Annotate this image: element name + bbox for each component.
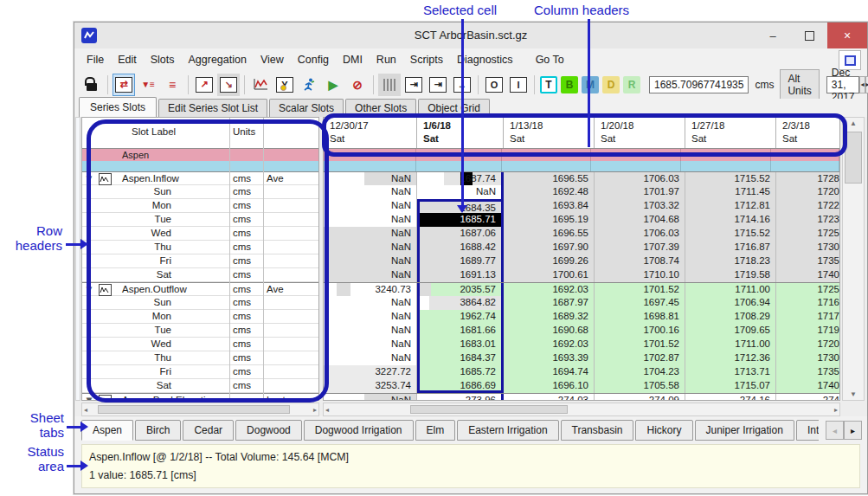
column-header-2-3-18[interactable]: 2/3/18Sat [776,118,840,148]
sync-selection-icon[interactable]: ⇄ [113,74,135,96]
grid-cell[interactable]: 1713.71 [685,365,776,379]
grid-cell[interactable]: 1730 [776,351,839,365]
row-header-fri[interactable]: Fricms [82,365,318,379]
grid-cell[interactable]: 1688.42 [417,241,504,254]
grid-cell[interactable]: 3227.72 [324,365,417,379]
grid-cell[interactable]: 1683.01 [417,338,504,351]
grid-cell[interactable]: NaN [324,394,417,400]
flag-m-button[interactable]: M [582,76,599,93]
grid-cell[interactable]: 1685.71 [417,213,504,227]
column-header-1-27-18[interactable]: 1/27/18Sat [685,118,776,148]
sheet-tab-juniper-irrigation[interactable]: Juniper Irrigation [695,420,794,441]
grid-cell[interactable]: 1694.74 [504,365,595,379]
grid-cell[interactable]: 1704.23 [595,365,685,379]
row-header-tue[interactable]: Tuecms [82,324,318,338]
menu-dmi[interactable]: DMI [336,50,370,69]
grid-cell[interactable]: 1728 [776,172,839,186]
grid-cell[interactable]: NaN [324,241,417,254]
grid-cell[interactable]: 2035.57 [417,283,504,297]
row-header-mon[interactable]: Moncms [82,310,318,324]
grid-cell[interactable]: 1692.03 [504,283,595,297]
menu-edit[interactable]: Edit [111,50,144,69]
sheet-tab-birch[interactable]: Birch [135,420,181,441]
grid-cell[interactable]: 1710.10 [595,268,685,282]
row-header-tue[interactable]: Tuecms [82,213,318,227]
scroll-right-icon[interactable]: ▸ [834,406,838,414]
grid-cell[interactable]: 1700.16 [595,324,685,338]
grid-cell[interactable]: 1725 [776,227,839,241]
grid-cell[interactable]: 1689.77 [417,254,504,268]
grid-cell[interactable]: 274.09 [595,394,685,400]
grid-cell[interactable]: 1681.66 [417,324,504,338]
goto-slot-icon[interactable]: ↘ [217,74,240,96]
left-hscroll-thumb[interactable] [98,405,290,414]
grid-cell[interactable]: 1696.10 [504,379,595,393]
grid-cell[interactable]: 1718.23 [685,254,776,268]
sheet-tab-interstate-gage[interactable]: Interstate Gage [796,420,819,441]
flag-d-button[interactable]: D [602,76,620,93]
plot-icon[interactable] [249,74,272,96]
scroll-to-selection-icon[interactable]: ⇥ [427,74,449,96]
grid-cell[interactable]: 1715.52 [685,227,776,241]
grid-cell[interactable]: NaN [324,213,417,227]
grid-cell[interactable]: NaN [324,324,417,338]
grid-cell[interactable]: 273.96 [417,394,504,400]
row-header-aspen-outflow[interactable]: ▼Aspen.OutflowcmsAve [82,282,318,296]
grid-cell[interactable]: 1711.45 [685,185,776,199]
menu-scripts[interactable]: Scripts [403,50,450,69]
grid-cell[interactable]: 1706.94 [685,296,776,310]
grid-cell[interactable]: 1702.87 [595,351,685,365]
grid-cell[interactable]: 1701.52 [595,338,685,351]
scroll-left-icon[interactable]: ◂ [84,406,87,414]
grid-cell[interactable]: 1706.03 [595,172,685,186]
grid-cell[interactable]: NaN [324,351,417,365]
tab-edit-series-slot-list[interactable]: Edit Series Slot List [158,99,267,117]
menu-view[interactable]: View [254,50,291,69]
minimize-button[interactable]: – [755,23,791,48]
grid-cell[interactable]: 1699.26 [504,254,595,268]
grid-cell[interactable]: 1693.39 [504,351,595,365]
row-header-fri[interactable]: Fricms [82,254,318,268]
value-field[interactable]: 1685.70967741935 [649,76,749,93]
grid-cell[interactable]: NaN [324,185,417,199]
grid-cell[interactable]: 1701.52 [595,283,685,297]
grid-cell[interactable]: 1696.55 [504,172,595,186]
grid-cell[interactable]: 1716.87 [685,241,776,254]
grid-cell[interactable]: 274 [776,394,839,400]
flag-r-button[interactable]: R [623,76,640,93]
grid-cell[interactable]: 1725 [776,283,839,297]
grid-cell[interactable]: 1708.29 [685,310,776,324]
sheet-tab-eastern-irrigation[interactable]: Eastern Irrigation [457,420,558,441]
grid-cell[interactable]: 1962.74 [417,310,504,324]
right-hscroll-thumb[interactable] [410,405,568,414]
date-field[interactable]: Dec 31, 2017 [826,76,860,93]
titlebar[interactable]: SCT ArborBasin.sct.gz – × [74,23,867,49]
expand-columns-icon[interactable]: ↔ [451,74,473,96]
sheet-tab-elm[interactable]: Elm [415,420,456,441]
run-control-icon[interactable] [298,74,320,96]
output-flag-icon[interactable]: O [483,74,505,96]
column-header-1-20-18[interactable]: 1/20/18Sat [595,118,685,148]
grid-cell[interactable]: 1685.72 [417,365,504,379]
grid-cell[interactable]: 1720 [776,185,839,199]
sheet-tab-aspen[interactable]: Aspen [81,420,133,441]
column-header-12-30-17[interactable]: 12/30/17Sat [324,118,417,148]
analysis-icon[interactable]: Y [273,74,296,96]
alt-units-button[interactable]: Alt Units [780,69,819,100]
row-header-mon[interactable]: Moncms [82,199,318,213]
grid-cell[interactable]: NaN [417,185,504,199]
grid-cell[interactable]: 3253.74 [324,379,417,393]
scroll-up-icon[interactable]: ▲ [850,119,857,127]
open-slot-icon[interactable]: ↗ [193,74,215,96]
tab-scalar-slots[interactable]: Scalar Slots [269,99,344,117]
scroll-left-icon[interactable]: ◂ [325,406,329,414]
row-header-wed[interactable]: Wedcms [82,227,318,241]
grid-cell[interactable]: 1735 [776,365,839,379]
row-header-thu[interactable]: Thucms [82,241,318,254]
grid-cell[interactable]: 1695.19 [504,213,595,227]
grid-cell[interactable]: 1687.97 [504,296,595,310]
date-next-button[interactable]: ▸ [865,76,868,93]
menu-file[interactable]: File [80,50,111,69]
input-flag-icon[interactable]: I [507,74,530,96]
vertical-scrollbar-thumb[interactable] [845,132,862,184]
